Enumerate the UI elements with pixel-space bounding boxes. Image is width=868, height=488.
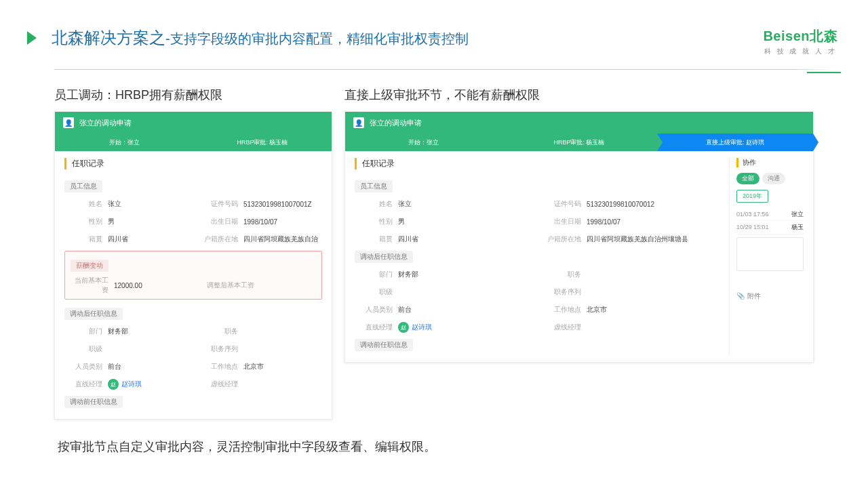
field-value: 1998/10/07 [243, 218, 277, 226]
field-label: 职级 [355, 287, 393, 297]
field-value: 男 [398, 217, 405, 226]
wf-step-hrbp[interactable]: HRBP审批: 杨玉楠 [193, 134, 332, 151]
group-employee-info: 员工信息 [64, 180, 102, 192]
group-before-transfer: 调动前任职信息 [355, 339, 413, 351]
attach-label: 附件 [747, 291, 761, 301]
group-after-transfer: 调动后任职信息 [355, 251, 413, 263]
manager-link[interactable]: 赵诗琪 [412, 323, 432, 332]
salary-highlight-box: 薪酬变动 当前基本工资12000.00 调整后基本工资 [64, 251, 322, 300]
timeline-time: 01/03 17:56 [736, 209, 769, 219]
timeline: 01/03 17:56张立 10/29 15:01杨玉 [736, 208, 804, 235]
title-sub: -支持字段级的审批内容配置，精细化审批权责控制 [165, 31, 469, 46]
field-value: 1998/10/07 [587, 218, 620, 226]
field-value: 张立 [398, 199, 412, 209]
filter-chat[interactable]: 沟通 [762, 173, 785, 184]
field-label: 虚线经理 [543, 323, 581, 332]
field-value: 四川省 [108, 235, 128, 244]
field-label: 部门 [355, 270, 393, 279]
workflow-bar: 开始：张立 HRBP审批: 杨玉楠 直接上级审批: 赵诗琪 [345, 134, 813, 151]
bullet-arrow-icon [27, 31, 37, 45]
right-subtitle: 直接上级审批环节，不能有薪酬权限 [344, 87, 814, 103]
filter-year[interactable]: 2019年 [736, 190, 768, 203]
side-title: 协作 [736, 158, 804, 167]
collab-side-panel: 协作 全部 沟通 2019年 01/03 17:56张立 10/29 15:01… [729, 158, 804, 355]
left-app-card: 👤 张立的调动申请 开始：张立 HRBP审批: 杨玉楠 任职记录 员工信息 姓名… [54, 111, 332, 420]
divider [54, 69, 834, 70]
field-label: 户籍所在地 [200, 235, 238, 244]
section-title: 任职记录 [64, 158, 322, 169]
field-value: 前台 [398, 305, 412, 314]
wf-step-start[interactable]: 开始：张立 [345, 134, 501, 151]
field-value: 张立 [108, 199, 121, 209]
field-label: 性别 [64, 217, 102, 226]
paperclip-icon: 📎 [736, 292, 745, 300]
field-value: 财务部 [108, 327, 128, 336]
field-label: 职务序列 [200, 344, 238, 354]
field-label: 职务 [200, 327, 238, 336]
title-main: 北森解决方案之 [52, 28, 165, 47]
field-label: 职级 [64, 344, 102, 354]
section-title: 任职记录 [355, 158, 718, 169]
field-label: 虚线经理 [200, 380, 238, 389]
manager-link[interactable]: 赵诗琪 [121, 380, 142, 389]
field-value: 四川省阿坝藏族羌族自治 [243, 235, 318, 244]
workflow-bar: 开始：张立 HRBP审批: 杨玉楠 [55, 134, 332, 151]
field-label: 职务序列 [543, 287, 581, 297]
avatar: 赵 [108, 379, 119, 390]
wf-step-supervisor[interactable]: 直接上级审批: 赵诗琪 [657, 134, 813, 151]
field-label: 部门 [64, 327, 102, 336]
footer-note: 按审批节点自定义审批内容，灵活控制审批中字段级查看、编辑权限。 [27, 439, 841, 455]
group-employee-info: 员工信息 [355, 180, 393, 192]
field-value: 51323019981007001Z [243, 201, 312, 208]
comment-input[interactable] [736, 237, 804, 271]
timeline-name: 张立 [791, 209, 804, 219]
wf-step-start[interactable]: 开始：张立 [55, 134, 193, 151]
field-label: 直线经理 [355, 323, 393, 332]
field-label: 性别 [355, 217, 393, 226]
field-label: 直线经理 [64, 380, 102, 389]
card-title: 张立的调动申请 [370, 118, 422, 128]
logo-tagline: 科 技 成 就 人 才 [763, 47, 837, 56]
field-label: 当前基本工资 [71, 276, 108, 295]
field-label: 出生日期 [543, 217, 581, 226]
logo-cn: 北森 [810, 28, 837, 43]
card-title: 张立的调动申请 [79, 118, 132, 128]
group-salary: 薪酬变动 [71, 260, 108, 272]
timeline-time: 10/29 15:01 [736, 222, 769, 232]
avatar: 赵 [398, 322, 409, 333]
field-value: 北京市 [587, 305, 607, 314]
group-after-transfer: 调动后任职信息 [64, 308, 123, 320]
logo-en: Beisen [763, 28, 810, 43]
right-app-card: 👤 张立的调动申请 开始：张立 HRBP审批: 杨玉楠 直接上级审批: 赵诗琪 … [344, 111, 814, 363]
person-icon: 👤 [63, 117, 74, 128]
field-label: 证件号码 [543, 199, 581, 209]
field-label: 工作地点 [543, 305, 581, 314]
field-value: 四川省 [398, 235, 418, 244]
filter-all[interactable]: 全部 [736, 173, 760, 184]
field-label: 籍贯 [355, 235, 393, 244]
field-label: 人员类别 [64, 362, 102, 371]
field-value: 财务部 [398, 270, 418, 279]
divider-accent [807, 72, 841, 73]
field-label: 职务 [543, 270, 581, 279]
field-label: 姓名 [64, 199, 102, 209]
attachment-button[interactable]: 📎附件 [736, 291, 804, 301]
field-label: 出生日期 [200, 217, 238, 226]
card-header: 👤 张立的调动申请 [345, 112, 813, 134]
field-label: 工作地点 [200, 362, 238, 371]
field-value: 12000.00 [114, 282, 142, 289]
brand-logo: Beisen北森 科 技 成 就 人 才 [763, 27, 837, 56]
field-label: 户籍所在地 [543, 235, 581, 244]
field-value: 北京市 [243, 362, 264, 371]
field-value: 男 [108, 217, 115, 226]
field-label: 证件号码 [200, 199, 238, 209]
field-label: 调整后基本工资 [200, 281, 254, 290]
field-value: 四川省阿坝藏族羌族自治州壤塘县 [587, 235, 688, 244]
field-value: 513230199810070012 [587, 201, 654, 208]
timeline-name: 杨玉 [791, 222, 804, 232]
card-header: 👤 张立的调动申请 [55, 112, 332, 134]
wf-step-hrbp[interactable]: HRBP审批: 杨玉楠 [501, 134, 657, 151]
field-value: 前台 [108, 362, 121, 371]
field-label: 姓名 [355, 199, 393, 209]
field-label: 籍贯 [64, 235, 102, 244]
